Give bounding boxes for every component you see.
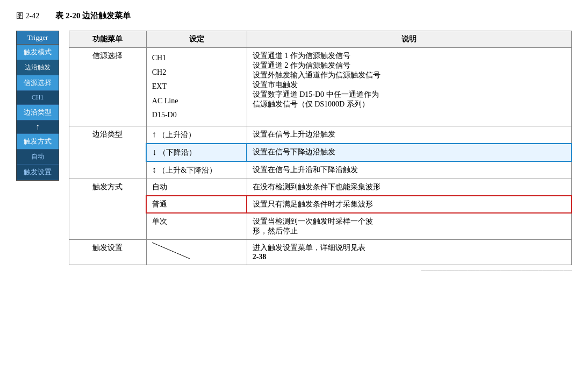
edge-falling-desc: 设置在信号下降边沿触发 [247,144,571,161]
sidebar-header: Trigger [17,31,59,45]
watermark: ──────────────────────────────────── [16,267,572,274]
trigger-auto-desc: 在没有检测到触发条件下也能采集波形 [247,179,571,196]
sidebar-item-edge-type[interactable]: 边沿类型 [17,105,59,120]
falling-edge-icon: ↓ [152,147,156,157]
table-row-trigger-auto: 触发方式 自动 在没有检测到触发条件下也能采集波形 [69,179,572,196]
sidebar-item-ch1[interactable]: CH1 [17,91,59,105]
sidebar-item-trigger-mode[interactable]: 触发方式 [17,134,59,150]
table-row-source: 信源选择 CH1CH2EXTAC LineD15-D0 设置通道 1 作为信源触… [69,48,572,126]
trigger-normal-desc: 设置只有满足触发条件时才采集波形 [247,196,571,213]
trigger-auto-setting: 自动 [146,179,247,196]
rising-edge-icon: ↑ [152,130,156,139]
sidebar-arrow-up: ↑ [17,120,59,134]
main-content: Trigger 触发模式 边沿触发 信源选择 CH1 边沿类型 ↑ 触发方式 自… [16,31,572,265]
sidebar-item-source-select[interactable]: 信源选择 [17,75,59,91]
source-descriptions: 设置通道 1 作为信源触发信号 设置通道 2 作为信源触发信号 设置外触发输入通… [247,48,571,126]
fig-label: 图 2-42 [16,11,39,21]
edge-both-setting: ↕ （上升&下降沿） [146,161,247,179]
table-row-edge-type: 边沿类型 ↑ （上升沿） 设置在信号上升边沿触发 [69,126,572,144]
edge-falling-setting: ↓ （下降沿） [146,144,247,161]
trigger-settings-setting [146,239,247,265]
sidebar-item-edge-trigger[interactable]: 边沿触发 [17,60,59,75]
edge-rising-setting: ↑ （上升沿） [146,126,247,144]
sidebar: Trigger 触发模式 边沿触发 信源选择 CH1 边沿类型 ↑ 触发方式 自… [16,31,59,181]
trigger-mode-menu-label: 触发方式 [69,179,147,239]
col-header-desc: 说明 [247,31,571,48]
table-row-trigger-settings: 触发设置 进入触发设置菜单，详细说明见表2-38 [69,239,572,265]
col-header-setting: 设定 [146,31,247,48]
edge-both-desc: 设置在信号上升沿和下降沿触发 [247,161,571,179]
rising-edge-label: （上升沿） [158,131,196,139]
source-menu-label: 信源选择 [69,48,147,126]
trigger-normal-setting: 普通 [146,196,247,213]
col-header-menu: 功能菜单 [69,31,147,48]
trigger-single-desc: 设置当检测到一次触发时采样一个波形，然后停止 [247,213,571,240]
connector-line-svg [147,240,206,261]
table-caption: 表 2-20 边沿触发菜单 [55,11,131,21]
trigger-settings-desc: 进入触发设置菜单，详细说明见表2-38 [247,239,571,265]
edge-type-menu-label: 边沿类型 [69,126,147,179]
svg-line-0 [152,243,190,259]
main-table: 功能菜单 设定 说明 信源选择 CH1CH2EXTAC LineD15-D0 设… [69,31,572,265]
sidebar-item-auto[interactable]: 自动 [17,150,59,165]
sidebar-item-trigger-settings[interactable]: 触发设置 [17,165,59,180]
trigger-single-setting: 单次 [146,213,247,240]
edge-rising-desc: 设置在信号上升边沿触发 [247,126,571,144]
trigger-settings-menu-label: 触发设置 [69,239,147,265]
both-edge-icon: ↕ [152,165,156,174]
sidebar-item-trigger-mode[interactable]: 触发模式 [17,45,59,60]
source-settings: CH1CH2EXTAC LineD15-D0 [146,48,247,126]
both-edge-label: （上升&下降沿） [158,166,217,174]
falling-edge-label: （下降沿） [159,148,196,157]
